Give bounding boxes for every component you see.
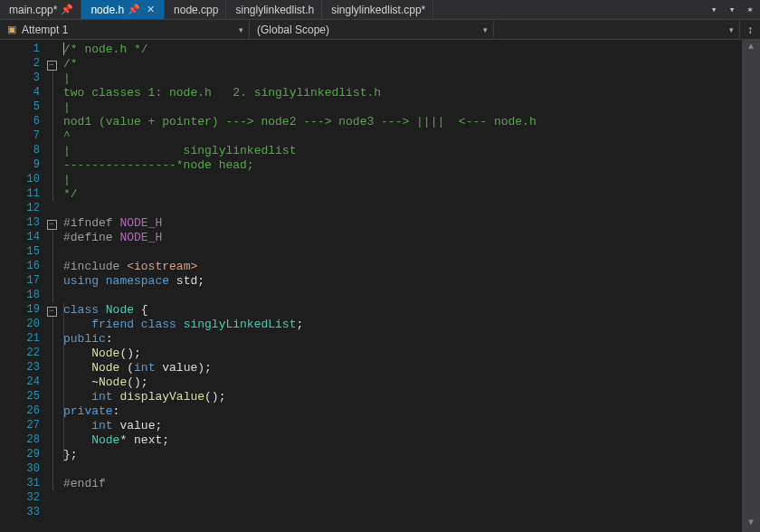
code-line[interactable] — [63, 505, 742, 519]
tab-singlylinkedlist-h[interactable]: singlylinkedlist.h — [226, 0, 322, 19]
gutter-row: 24 — [0, 375, 63, 389]
tab-node-cpp[interactable]: node.cpp — [165, 0, 226, 19]
code-line[interactable]: Node* next; — [63, 432, 742, 447]
chevron-down-icon: ▾ — [483, 25, 488, 34]
token: public — [63, 332, 106, 346]
tab-overflow-icon[interactable]: ▾ — [708, 4, 720, 15]
token: value — [162, 361, 197, 375]
line-number: 12 — [14, 202, 40, 214]
code-line[interactable]: friend class singlyLinkedList; — [63, 317, 742, 331]
token: ~ — [63, 375, 99, 389]
code-line[interactable]: ----------------*node head; — [63, 157, 742, 172]
code-line[interactable]: int value; — [63, 418, 742, 432]
gutter-row: 23 — [0, 360, 63, 375]
token: ); — [197, 361, 212, 375]
code-line[interactable] — [63, 461, 742, 476]
code-line[interactable]: private: — [63, 404, 742, 418]
fold-guide — [52, 157, 53, 172]
line-number: 15 — [14, 245, 40, 258]
gutter-row: 14 — [0, 230, 63, 244]
code-line[interactable]: | singlylinkedlist — [63, 143, 742, 157]
token: /* — [63, 57, 78, 71]
scroll-down-arrow-icon[interactable]: ▼ — [748, 518, 754, 530]
code-line[interactable]: */ — [63, 186, 742, 201]
scroll-up-arrow-icon[interactable]: ▲ — [748, 42, 754, 54]
code-line[interactable] — [63, 244, 742, 259]
gutter-row: 30 — [0, 461, 63, 476]
token: { — [134, 303, 148, 317]
tab-node-h[interactable]: node.h 📌 ✕ — [81, 0, 165, 19]
tab-label: node.cpp — [174, 4, 218, 16]
code-line[interactable]: int displayValue(); — [63, 389, 742, 404]
gutter-row: 10 — [0, 172, 63, 186]
tab-singlylinkedlist-cpp[interactable]: singlylinkedlist.cpp* — [322, 0, 433, 19]
tab-main-cpp[interactable]: main.cpp* 📌 — [0, 0, 81, 19]
token: #include — [63, 260, 127, 273]
token: displayValue — [119, 390, 204, 404]
line-number: 28 — [14, 433, 40, 446]
window-dropdown-icon[interactable]: ▾ — [726, 4, 738, 15]
gutter-row: 22 — [0, 346, 63, 360]
close-icon[interactable]: ✕ — [144, 4, 157, 16]
gutter-row: 7 — [0, 128, 63, 143]
code-line[interactable]: two classes 1: node.h 2. singlylinkedlis… — [63, 85, 742, 100]
type-scope-dropdown[interactable]: (Global Scope) ▾ — [250, 20, 494, 39]
gutter-row: 19− — [0, 302, 63, 317]
split-editor-button[interactable]: ↕ — [740, 20, 760, 39]
code-line[interactable]: class Node { — [63, 302, 742, 317]
code-line[interactable]: | — [63, 100, 742, 114]
token: */ — [63, 187, 78, 201]
line-number: 21 — [14, 332, 40, 345]
code-line[interactable]: public: — [63, 331, 742, 346]
fold-column: − — [45, 57, 58, 71]
code-line[interactable] — [63, 201, 742, 215]
settings-gear-icon[interactable]: ✶ — [744, 4, 756, 15]
code-line[interactable]: Node(); — [63, 346, 742, 360]
fold-column: − — [45, 216, 58, 230]
line-number: 11 — [14, 187, 40, 200]
token: /* node.h */ — [63, 43, 148, 56]
code-line[interactable]: Node (int value); — [63, 360, 742, 375]
fold-toggle-icon[interactable]: − — [47, 61, 57, 71]
pin-icon[interactable]: 📌 — [61, 4, 73, 16]
token: singlyLinkedList — [184, 318, 297, 331]
fold-guide — [52, 71, 53, 85]
token — [63, 347, 91, 360]
fold-guide — [52, 418, 53, 432]
code-line[interactable]: | — [63, 172, 742, 186]
fold-guide — [52, 447, 53, 461]
indent-guide — [63, 404, 64, 418]
code-line[interactable]: /* — [63, 56, 742, 71]
gutter-row: 6 — [0, 114, 63, 128]
line-number: 5 — [14, 100, 40, 113]
fold-toggle-icon[interactable]: − — [47, 220, 57, 230]
fold-toggle-icon[interactable]: − — [47, 307, 57, 317]
line-number: 14 — [14, 231, 40, 243]
code-line[interactable] — [63, 490, 742, 505]
code-line[interactable]: #endif — [63, 476, 742, 490]
code-line[interactable]: ^ — [63, 128, 742, 143]
code-line[interactable] — [63, 288, 742, 302]
code-line[interactable]: #define NODE_H — [63, 230, 742, 244]
code-line[interactable]: #ifndef NODE_H — [63, 215, 742, 230]
code-line[interactable]: using namespace std; — [63, 273, 742, 288]
gutter-row: 3 — [0, 71, 63, 85]
member-scope-dropdown[interactable]: ▾ — [494, 20, 740, 39]
code-line[interactable]: nod1 (value + pointer) ---> node2 ---> n… — [63, 114, 742, 128]
editor-area: 12−345678910111213−141516171819−20212223… — [0, 40, 760, 532]
code-line[interactable]: ~Node(); — [63, 375, 742, 389]
tab-strip: main.cpp* 📌 node.h 📌 ✕ node.cpp singlyli… — [0, 0, 760, 20]
token: | — [63, 100, 71, 114]
gutter-row: 8 — [0, 143, 63, 157]
gutter-row: 11 — [0, 186, 63, 201]
code-line[interactable]: #include <iostream> — [63, 259, 742, 273]
code-line[interactable]: }; — [63, 447, 742, 461]
code-line[interactable]: /* node.h */ — [63, 42, 742, 56]
fold-guide — [52, 331, 53, 346]
code-editor[interactable]: /* node.h *//*|two classes 1: node.h 2. … — [63, 40, 742, 532]
code-line[interactable]: | — [63, 71, 742, 85]
pin-icon[interactable]: 📌 — [128, 4, 140, 16]
project-scope-dropdown[interactable]: ▣ Attempt 1 ▾ — [0, 20, 250, 39]
fold-guide — [52, 476, 53, 490]
vertical-scrollbar[interactable]: ▲ ▼ — [742, 40, 760, 532]
